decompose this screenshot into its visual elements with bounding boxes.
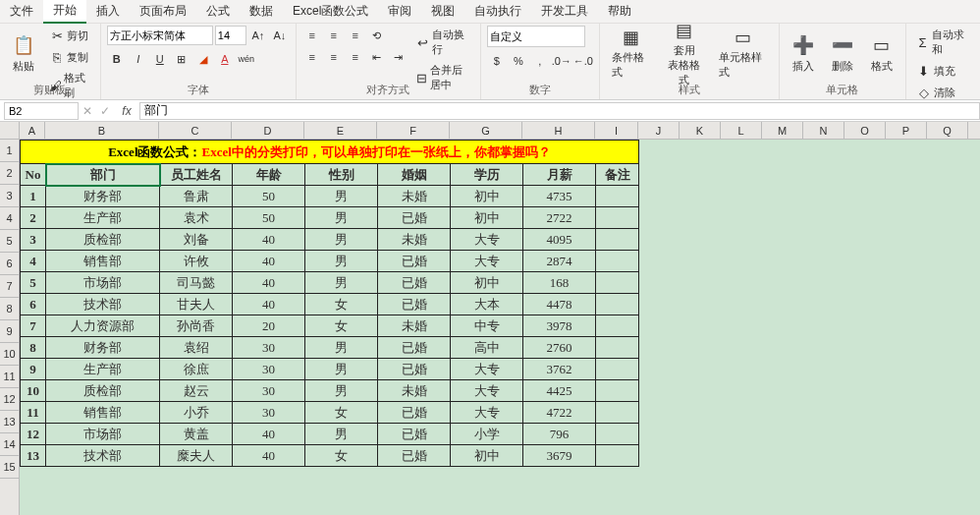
data-cell[interactable]: 袁绍 (160, 337, 233, 359)
data-cell[interactable]: 5 (21, 272, 46, 294)
data-cell[interactable] (596, 380, 639, 402)
enter-icon[interactable]: ✓ (96, 104, 114, 118)
data-cell[interactable]: 大专 (451, 251, 523, 272)
data-cell[interactable] (596, 186, 639, 207)
data-cell[interactable]: 11 (21, 402, 46, 424)
underline-button[interactable]: U (150, 49, 170, 69)
data-cell[interactable]: 初中 (451, 272, 523, 294)
name-box[interactable] (4, 102, 79, 120)
align-bottom-button[interactable]: ≡ (346, 26, 365, 45)
menu-自动执行[interactable]: 自动执行 (464, 0, 531, 23)
row-header-11[interactable]: 11 (0, 366, 19, 388)
decrease-font-button[interactable]: A↓ (270, 26, 290, 45)
wrap-text-button[interactable]: ↩自动换行 (412, 26, 474, 59)
header-cell[interactable]: No (21, 164, 46, 186)
cell-styles-button[interactable]: ▭单元格样式 (713, 26, 772, 81)
row-header-15[interactable]: 15 (0, 456, 19, 479)
data-cell[interactable]: 已婚 (378, 294, 451, 315)
data-cell[interactable]: 已婚 (378, 359, 451, 380)
data-cell[interactable]: 生产部 (46, 359, 160, 380)
data-cell[interactable]: 4425 (523, 380, 596, 402)
font-name-select[interactable] (107, 26, 213, 45)
orientation-button[interactable]: ⟲ (367, 26, 387, 45)
data-cell[interactable]: 大专 (451, 402, 523, 424)
col-header-K[interactable]: K (680, 122, 721, 139)
data-cell[interactable]: 40 (233, 272, 305, 294)
data-cell[interactable]: 小乔 (160, 402, 233, 424)
data-cell[interactable] (596, 251, 639, 272)
border-button[interactable]: ⊞ (172, 49, 191, 69)
menu-Excel函数公式[interactable]: Excel函数公式 (283, 0, 378, 23)
data-cell[interactable]: 已婚 (378, 251, 451, 272)
col-header-C[interactable]: C (159, 122, 232, 139)
data-cell[interactable]: 生产部 (46, 207, 160, 229)
data-cell[interactable]: 甘夫人 (160, 294, 233, 315)
menu-插入[interactable]: 插入 (86, 0, 130, 23)
data-cell[interactable]: 40 (233, 229, 305, 251)
data-cell[interactable]: 30 (233, 337, 305, 359)
fill-color-button[interactable]: ◢ (193, 49, 213, 69)
row-header-9[interactable]: 9 (0, 320, 19, 343)
data-cell[interactable]: 1 (21, 186, 46, 207)
col-header-M[interactable]: M (762, 122, 803, 139)
data-cell[interactable]: 796 (523, 424, 596, 445)
data-cell[interactable]: 初中 (451, 445, 523, 467)
col-header-F[interactable]: F (377, 122, 450, 139)
data-cell[interactable]: 男 (305, 272, 378, 294)
data-cell[interactable]: 3978 (523, 315, 596, 337)
data-cell[interactable]: 鲁肃 (160, 186, 233, 207)
data-cell[interactable]: 中专 (451, 315, 523, 337)
data-cell[interactable]: 市场部 (46, 272, 160, 294)
fill-button[interactable]: ⬇填充 (912, 61, 959, 81)
align-middle-button[interactable]: ≡ (324, 26, 344, 45)
col-header-E[interactable]: E (304, 122, 377, 139)
data-cell[interactable] (596, 424, 639, 445)
indent-decrease-button[interactable]: ⇤ (367, 47, 387, 67)
data-cell[interactable]: 40 (233, 424, 305, 445)
delete-button[interactable]: ➖删除 (825, 26, 860, 81)
col-header-D[interactable]: D (232, 122, 304, 139)
menu-开发工具[interactable]: 开发工具 (531, 0, 598, 23)
data-cell[interactable] (596, 294, 639, 315)
col-header-O[interactable]: O (844, 122, 886, 139)
data-cell[interactable]: 2760 (523, 337, 596, 359)
data-cell[interactable]: 初中 (451, 186, 523, 207)
data-cell[interactable]: 未婚 (378, 186, 451, 207)
data-cell[interactable]: 40 (233, 251, 305, 272)
header-cell[interactable]: 婚姻 (378, 164, 451, 186)
percent-button[interactable]: % (509, 51, 528, 71)
data-cell[interactable] (596, 445, 639, 467)
data-cell[interactable]: 已婚 (378, 402, 451, 424)
row-header-7[interactable]: 7 (0, 275, 19, 298)
increase-decimal-button[interactable]: .0→ (552, 51, 572, 71)
bold-button[interactable]: B (107, 49, 127, 69)
data-cell[interactable]: 6 (21, 294, 46, 315)
data-cell[interactable]: 初中 (451, 207, 523, 229)
menu-审阅[interactable]: 审阅 (378, 0, 421, 23)
data-cell[interactable]: 销售部 (46, 251, 160, 272)
data-cell[interactable]: 袁术 (160, 207, 233, 229)
menu-数据[interactable]: 数据 (240, 0, 283, 23)
comma-button[interactable]: , (530, 51, 550, 71)
data-cell[interactable]: 徐庶 (160, 359, 233, 380)
align-center-button[interactable]: ≡ (324, 47, 344, 67)
row-header-1[interactable]: 1 (0, 140, 19, 162)
data-cell[interactable]: 小学 (451, 424, 523, 445)
data-cell[interactable] (596, 337, 639, 359)
menu-文件[interactable]: 文件 (0, 0, 43, 23)
data-cell[interactable]: 女 (305, 315, 378, 337)
data-cell[interactable]: 市场部 (46, 424, 160, 445)
decrease-decimal-button[interactable]: ←.0 (573, 51, 593, 71)
data-cell[interactable]: 女 (305, 402, 378, 424)
row-header-4[interactable]: 4 (0, 207, 19, 230)
data-cell[interactable]: 50 (233, 186, 305, 207)
data-cell[interactable]: 2 (21, 207, 46, 229)
data-cell[interactable]: 40 (233, 445, 305, 467)
data-cell[interactable]: 30 (233, 359, 305, 380)
data-cell[interactable] (596, 359, 639, 380)
data-cell[interactable]: 男 (305, 229, 378, 251)
formula-bar[interactable] (139, 102, 980, 120)
col-header-J[interactable]: J (638, 122, 680, 139)
data-cell[interactable]: 大专 (451, 359, 523, 380)
data-cell[interactable]: 2874 (523, 251, 596, 272)
